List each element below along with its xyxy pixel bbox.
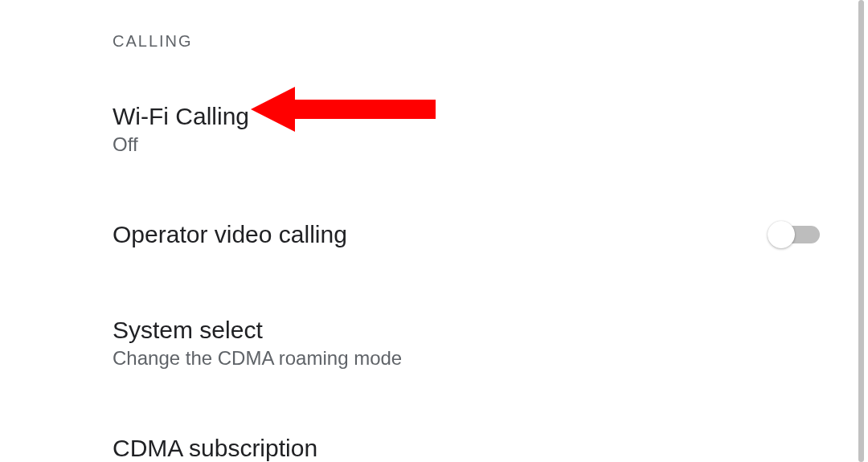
section-header-calling: CALLING xyxy=(113,32,820,51)
scrollbar-vertical[interactable] xyxy=(858,0,864,462)
setting-cdma-subscription[interactable]: CDMA subscription Change between RUIM/SI… xyxy=(113,432,820,462)
toggle-operator-video[interactable] xyxy=(772,226,820,243)
setting-operator-video-calling[interactable]: Operator video calling xyxy=(113,219,820,250)
toggle-knob xyxy=(768,221,795,248)
setting-title: System select xyxy=(113,314,820,345)
settings-content: CALLING Wi-Fi Calling Off Operator video… xyxy=(0,0,858,462)
setting-text: System select Change the CDMA roaming mo… xyxy=(113,314,820,370)
setting-title: Operator video calling xyxy=(113,219,772,250)
setting-subtitle: Change the CDMA roaming mode xyxy=(113,347,820,370)
setting-text: Wi-Fi Calling Off xyxy=(113,100,820,156)
setting-system-select[interactable]: System select Change the CDMA roaming mo… xyxy=(113,314,820,370)
setting-title: Wi-Fi Calling xyxy=(113,100,820,132)
setting-text: Operator video calling xyxy=(113,219,772,250)
setting-wifi-calling[interactable]: Wi-Fi Calling Off xyxy=(113,100,820,156)
setting-subtitle: Off xyxy=(113,133,820,156)
setting-title: CDMA subscription xyxy=(113,432,820,462)
setting-text: CDMA subscription Change between RUIM/SI… xyxy=(113,432,820,462)
